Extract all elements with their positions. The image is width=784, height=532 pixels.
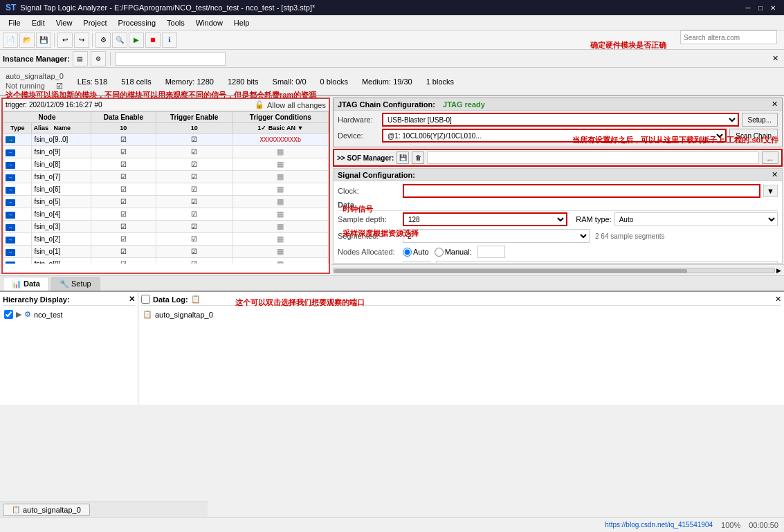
instance-close-icon[interactable]: ✕ xyxy=(769,54,781,63)
table-row[interactable]: → fsin_o[2] ☑ ☑ ▦ xyxy=(3,233,329,246)
table-row[interactable]: → fsin_o[9] ☑ ☑ ▦ xyxy=(3,146,329,158)
menu-file[interactable]: File xyxy=(3,17,26,28)
scroll-right-btn[interactable]: ▶ xyxy=(775,267,783,274)
jtag-hardware-label: Hardware: xyxy=(338,116,379,124)
data-enable-cell[interactable]: ☑ xyxy=(91,196,156,208)
clock-input[interactable]: clk xyxy=(403,184,760,198)
hierarchy-panel: Hierarchy Display: ✕ ▶ ⚙ nco_test xyxy=(0,292,138,405)
data-enable-cell[interactable]: ☑ xyxy=(91,258,156,264)
data-enable-cell[interactable]: ☑ xyxy=(91,233,156,246)
toolbar-open[interactable]: 📂 xyxy=(19,33,35,48)
table-row[interactable]: → fsin_o[5] ☑ ☑ ▦ xyxy=(3,196,329,208)
data-enable-cell[interactable]: ☑ xyxy=(91,221,156,233)
nodes-radio-group: Auto Manual: 10 xyxy=(403,246,505,258)
toolbar-undo[interactable]: ↩ xyxy=(57,33,73,48)
toolbar-info[interactable]: ℹ xyxy=(162,33,177,48)
table-row[interactable]: → fsin_o[3] ☑ ☑ ▦ xyxy=(3,221,329,233)
sig-config-close-btn[interactable]: ✕ xyxy=(772,170,778,179)
ram-type-select[interactable]: Auto M9K xyxy=(614,212,778,226)
data-log-item-auto[interactable]: 📋 auto_signaltap_0 xyxy=(141,309,781,320)
search-input[interactable] xyxy=(680,30,777,44)
trigger-enable-cell[interactable]: ☑ xyxy=(156,221,233,233)
toolbar-run[interactable]: ▶ xyxy=(129,33,144,48)
toolbar-settings[interactable]: ⚙ xyxy=(95,33,111,48)
sof-path-field[interactable]: :put_files/nco_test.sof xyxy=(427,152,759,164)
nodes-manual-value[interactable]: 10 xyxy=(477,246,505,258)
data-enable-cell[interactable]: ☑ xyxy=(91,158,156,171)
toolbar-stop[interactable]: ⏹ xyxy=(145,33,161,48)
menu-processing[interactable]: Processing xyxy=(113,17,161,28)
menu-tools[interactable]: Tools xyxy=(161,17,190,28)
toolbar-new[interactable]: 📄 xyxy=(3,33,18,48)
trigger-enable-cell[interactable]: ☑ xyxy=(156,208,233,221)
pipeline-value[interactable]: 0 xyxy=(403,262,430,264)
scrollbar-thumb[interactable] xyxy=(334,269,687,273)
table-row[interactable]: → fsin_o[4] ☑ ☑ ▦ xyxy=(3,208,329,221)
menu-project[interactable]: Project xyxy=(78,17,112,28)
horizontal-scrollbar[interactable]: ▶ xyxy=(331,264,784,275)
instance-tab-auto[interactable]: 📋 auto_signaltap_0 xyxy=(3,504,90,516)
trigger-enable-cell[interactable]: ☑ xyxy=(156,158,233,171)
toolbar-save[interactable]: 💾 xyxy=(36,33,51,48)
toolbar-redo[interactable]: ↪ xyxy=(74,33,89,48)
instance-status-field[interactable]: Ready to acquire xyxy=(115,52,226,66)
menu-view[interactable]: View xyxy=(51,17,78,28)
jtag-setup-button[interactable]: Setup... xyxy=(742,113,778,127)
menu-window[interactable]: Window xyxy=(190,17,228,28)
nodes-auto-radio[interactable]: Auto xyxy=(403,248,429,257)
scrollbar-track[interactable] xyxy=(333,268,775,273)
jtag-close-btn[interactable]: ✕ xyxy=(772,100,778,109)
table-row[interactable]: → fsin_o[7] ☑ ☑ ▦ xyxy=(3,171,329,183)
trigger-enable-cell[interactable]: ☑ xyxy=(156,233,233,246)
tab-data[interactable]: 📊 Data xyxy=(3,277,49,291)
table-row[interactable]: → fsin_o[0] ☑ ☑ ▦ xyxy=(3,258,329,264)
instance-config-button[interactable]: ⚙ xyxy=(91,51,106,66)
data-log-checkbox[interactable] xyxy=(141,295,150,304)
hierarchy-checkbox[interactable] xyxy=(4,310,13,319)
table-row[interactable]: → fsin_o[9..0] ☑ ☑ XXXXXXXXXXb xyxy=(3,134,329,146)
clock-dropdown-btn[interactable]: ▼ xyxy=(763,185,778,197)
maximize-button[interactable]: □ xyxy=(755,2,766,13)
nodes-manual-radio[interactable]: Manual: xyxy=(435,248,472,257)
stat-cells-label: 518 cells xyxy=(121,77,151,86)
tab-setup[interactable]: 🔧 Setup xyxy=(51,277,100,291)
minimize-button[interactable]: ─ xyxy=(742,2,754,13)
stat-enabled-checkbox[interactable]: ☑ xyxy=(56,82,63,91)
trigger-enable-cell[interactable]: ☑ xyxy=(156,134,233,146)
sample-depth-select[interactable]: 128 256 512 1024 xyxy=(403,212,567,226)
data-enable-cell[interactable]: ☑ xyxy=(91,146,156,158)
data-log-close[interactable]: ✕ xyxy=(775,295,781,304)
data-log-panel: Data Log: 📋 ✕ 📋 auto_signaltap_0 xyxy=(138,292,784,405)
menu-help[interactable]: Help xyxy=(228,17,255,28)
trigger-enable-cell[interactable]: ☑ xyxy=(156,183,233,196)
data-enable-cell[interactable]: ☑ xyxy=(91,183,156,196)
data-enable-cell[interactable]: ☑ xyxy=(91,246,156,258)
sof-delete-btn[interactable]: 🗑 xyxy=(412,152,424,164)
jtag-hardware-select[interactable]: USB-Blaster [USB-0] xyxy=(382,113,739,127)
table-row[interactable]: → fsin_o[1] ☑ ☑ ▦ xyxy=(3,246,329,258)
sof-browse-btn[interactable]: ... xyxy=(762,152,778,164)
jtag-device-select[interactable]: @1: 10CL006(Y|Z)/10CL010... xyxy=(382,129,727,143)
trigger-enable-cell[interactable]: ☑ xyxy=(156,246,233,258)
sof-save-btn[interactable]: 💾 xyxy=(396,152,409,164)
trigger-enable-cell[interactable]: ☑ xyxy=(156,258,233,264)
data-enable-cell[interactable]: ☑ xyxy=(91,171,156,183)
trigger-enable-cell[interactable]: ☑ xyxy=(156,146,233,158)
hierarchy-close[interactable]: ✕ xyxy=(129,295,135,304)
instance-add-button[interactable]: ▤ xyxy=(73,51,88,66)
close-button[interactable]: ✕ xyxy=(767,2,778,13)
jtag-scan-button[interactable]: Scan Chain xyxy=(729,129,778,143)
table-row[interactable]: → fsin_o[8] ☑ ☑ ▦ xyxy=(3,158,329,171)
toolbar-search[interactable]: 🔍 xyxy=(112,33,127,48)
bottom-panel: Hierarchy Display: ✕ ▶ ⚙ nco_test Data L… xyxy=(0,291,784,405)
data-log-item-label: auto_signaltap_0 xyxy=(155,311,213,319)
pipeline-select[interactable]: 0 xyxy=(436,261,778,264)
menu-edit[interactable]: Edit xyxy=(26,17,51,28)
data-enable-cell[interactable]: ☑ xyxy=(91,134,156,146)
segmented-select[interactable]: 2 4 xyxy=(403,229,590,243)
data-enable-cell[interactable]: ☑ xyxy=(91,208,156,221)
hierarchy-item-nco[interactable]: ▶ ⚙ nco_test xyxy=(3,309,135,320)
trigger-enable-cell[interactable]: ☑ xyxy=(156,171,233,183)
trigger-enable-cell[interactable]: ☑ xyxy=(156,196,233,208)
table-row[interactable]: → fsin_o[6] ☑ ☑ ▦ xyxy=(3,183,329,196)
